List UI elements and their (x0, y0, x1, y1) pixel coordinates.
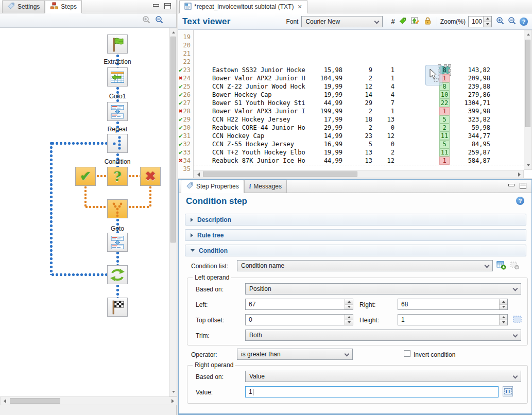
section-rule-tree[interactable]: Rule tree (185, 229, 526, 241)
text-hscrollbar[interactable] (194, 170, 524, 178)
tab-messages[interactable]: i Messages (244, 180, 287, 193)
data-row[interactable]: Eastown SS32 Junior Hocke15,98918143,82 (194, 66, 524, 74)
tag-marker-icon[interactable] (397, 17, 409, 26)
help-icon[interactable]: ? (516, 197, 524, 205)
step-title: Condition step (186, 196, 247, 206)
loop-connector-bottom (50, 272, 108, 277)
question-icon: ? (113, 169, 121, 184)
goto1-node[interactable] (107, 102, 128, 121)
lock-icon[interactable] (422, 17, 434, 26)
data-row[interactable]: Reabuck CORE-44 Junior Ho29,9920259,98 (194, 124, 524, 132)
section-description[interactable]: Description (185, 214, 526, 226)
data-row[interactable]: Bower Valor APX2 Junior H104,99211209,98 (194, 74, 524, 82)
zoom-in-icon[interactable] (142, 15, 151, 26)
text-viewer-panel: *repeat_invoicewitout subtotal (TXT) ✕ T… (178, 0, 532, 178)
repeat-icon (108, 135, 127, 152)
data-row[interactable]: Bower Valor APX3 Junior I199,99211399,98 (194, 107, 524, 115)
flowchart-canvas[interactable]: Extraction Goto1 Repeat Condition ✔ ? ✖ (0, 28, 169, 396)
condition-list-select[interactable]: Condition name (237, 260, 493, 271)
condition-cell[interactable]: 11 (439, 132, 450, 140)
section-condition-label: Condition (199, 247, 228, 254)
data-row[interactable]: Bower S1 Youth Hockey Sti44,99297221304,… (194, 99, 524, 107)
start-node[interactable] (107, 34, 128, 54)
text-vscrollbar[interactable] (524, 30, 532, 170)
minimize-icon[interactable] (152, 3, 159, 9)
zoom-in-icon[interactable] (494, 16, 507, 27)
repeat-node[interactable] (107, 134, 128, 153)
font-select[interactable]: Courier New (301, 16, 383, 27)
loop-end-node[interactable] (107, 265, 128, 284)
extraction-node[interactable] (107, 67, 128, 87)
line-number: 19 (178, 33, 193, 41)
maximize-icon[interactable] (520, 183, 526, 189)
section-condition[interactable]: Condition (185, 245, 526, 256)
data-row[interactable]: CCN H22 Hockey Jersey17,9918135323,82 (194, 115, 524, 124)
right-based-on-select[interactable]: Value (245, 371, 521, 382)
flow-vscrollbar[interactable] (169, 28, 177, 396)
end-node[interactable] (107, 298, 128, 317)
condition-node[interactable]: ? (107, 167, 128, 186)
line-number: 27✔ (178, 99, 193, 107)
maximize-icon[interactable] (164, 3, 171, 9)
condition-cell[interactable]: 1 (439, 107, 450, 115)
add-condition-icon[interactable] (496, 260, 506, 270)
data-row[interactable]: CCN Z-22 Junior Wood Hock19,991248239,88 (194, 82, 524, 91)
goto-node[interactable] (107, 233, 128, 252)
text-viewer-area[interactable]: 19 20 21 22 23✔ 24✖ 25✔ 26✔ 27✔ 28✖ 29✔ … (178, 30, 532, 178)
condition-cell[interactable]: 5 (439, 140, 450, 148)
data-row[interactable]: CCN Hockey Cap14,99231211344,77 (194, 132, 524, 140)
node-label-extraction: Extraction (89, 58, 146, 65)
invert-condition-checkbox[interactable] (404, 350, 410, 357)
section-rule-tree-label: Rule tree (197, 232, 224, 239)
editor-tab[interactable]: *repeat_invoicewitout subtotal (TXT) ✕ (179, 0, 307, 13)
flow-hscrollbar[interactable] (0, 396, 177, 405)
hash-toggle-icon[interactable]: # (389, 18, 396, 25)
condition-false-node[interactable]: ✖ (140, 167, 161, 186)
value-input[interactable]: 1 (245, 386, 499, 397)
text-content[interactable]: Eastown SS32 Junior Hocke15,98918143,82 … (194, 30, 524, 178)
data-row[interactable]: CCN T+2 Youth Hockey Elbo19,9913211259,8… (194, 148, 524, 157)
text-select-icon[interactable]: TT (503, 386, 513, 396)
line-number: 23✔ (178, 66, 193, 74)
condition-list-label: Condition list: (191, 261, 228, 272)
merge-node[interactable] (107, 199, 128, 218)
loop-arrows-icon (109, 268, 126, 282)
zoom-spinner[interactable]: 100 (468, 16, 492, 27)
close-icon[interactable]: ✕ (297, 4, 302, 10)
zoom-out-icon[interactable] (155, 15, 164, 26)
height-label: Height: (359, 315, 379, 326)
data-row[interactable]: CCN Z-55 Hockey Jersey16,9950584,95 (194, 140, 524, 148)
data-row[interactable]: Reabuck 87K Junior Ice Ho44,9913121584,8… (194, 157, 524, 165)
condition-cell[interactable]: 5 (439, 115, 450, 124)
steps-panel-tabbar: Settings Steps (0, 0, 176, 13)
line-number: 30✔ (178, 124, 193, 132)
remove-condition-icon-disabled[interactable] (509, 260, 520, 270)
condition-cell[interactable]: 22 (439, 99, 450, 107)
condition-true-node[interactable]: ✔ (75, 167, 96, 186)
tab-step-properties[interactable]: Step Properties (181, 180, 244, 193)
right-spinner[interactable]: 68 (398, 299, 508, 310)
condition-cell[interactable]: 2 (439, 124, 450, 132)
application-window: Settings Steps (0, 0, 532, 415)
condition-cell[interactable]: 1 (439, 157, 450, 165)
record-match-icon: ✔ (179, 82, 183, 90)
left-based-on-select[interactable]: Position (245, 283, 521, 295)
data-row[interactable]: Bower Hockey Cap19,9914410279,86 (194, 91, 524, 99)
help-icon[interactable]: ? (520, 18, 528, 26)
zoom-out-icon[interactable] (507, 16, 518, 27)
condition-cell[interactable]: 10 (439, 91, 450, 99)
region-select-icon[interactable] (512, 314, 522, 324)
edit-import-icon[interactable] (409, 16, 422, 26)
condition-cell[interactable]: 11 (439, 148, 450, 157)
minimize-icon[interactable] (508, 183, 514, 188)
record-nomatch-icon: ✖ (179, 157, 183, 164)
height-spinner[interactable]: 1 (398, 314, 508, 325)
operator-select[interactable]: is greater than (237, 349, 353, 360)
tab-settings[interactable]: Settings (2, 0, 45, 13)
top-offset-spinner[interactable]: 0 (245, 314, 353, 325)
font-label: Font (286, 18, 298, 25)
left-spinner[interactable]: 67 (245, 299, 353, 310)
tab-steps[interactable]: Steps (45, 0, 82, 13)
branch-connector (83, 185, 88, 207)
trim-select[interactable]: Both (245, 330, 521, 341)
